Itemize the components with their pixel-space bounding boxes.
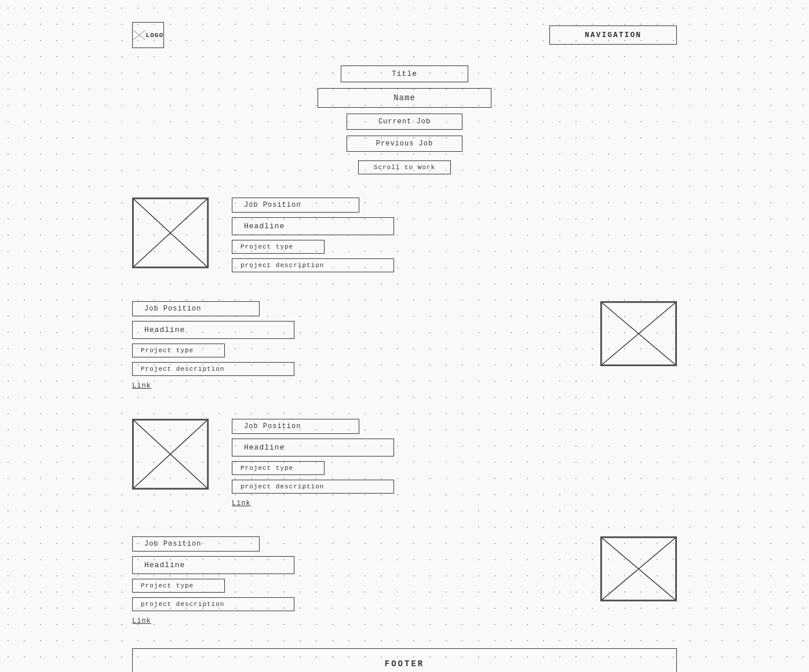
project-job-position: Job Position — [132, 301, 260, 316]
project-card: Job Position Headline Project type proje… — [132, 536, 677, 625]
hero-section: Title Name Current Job Previous Job Scro… — [115, 65, 694, 174]
project-type: Project type — [132, 579, 225, 593]
project-content: Job Position Headline Project type proje… — [232, 419, 677, 507]
project-image — [132, 419, 209, 490]
project-headline: Headline — [132, 321, 294, 339]
name-box: Name — [318, 88, 491, 108]
footer: FOOTER — [132, 648, 677, 672]
project-image — [132, 198, 209, 268]
project-image — [600, 536, 677, 601]
job-position-label: Job Position — [244, 422, 301, 430]
project-link[interactable]: Link — [232, 499, 677, 507]
project-description: project description — [232, 480, 394, 494]
project-description-label: project description — [141, 601, 224, 608]
project-type: Project type — [232, 461, 325, 475]
project-description-label: Project description — [141, 366, 224, 372]
headline-label: Headline — [244, 443, 285, 452]
project-type-label: Project type — [240, 465, 293, 472]
project-link[interactable]: Link — [132, 382, 577, 390]
project-job-position: Job Position — [232, 419, 359, 434]
headline-label: Headline — [144, 561, 185, 569]
project-card: Job Position Headline Project type proje… — [132, 198, 677, 272]
project-type-label: Project type — [141, 347, 194, 354]
previous-job-box: Previous Job — [347, 136, 462, 152]
headline-label: Headline — [144, 326, 185, 334]
job-position-label: Job Position — [144, 540, 201, 548]
current-job-box: Current Job — [347, 114, 462, 130]
job-position-label: Job Position — [244, 201, 301, 209]
project-content: Job Position Headline Project type proje… — [132, 536, 577, 625]
scroll-cta-label: Scroll to Work — [374, 164, 435, 171]
name-label: Name — [393, 93, 416, 103]
project-headline: Headline — [132, 556, 294, 574]
project-type-label: Project type — [240, 243, 293, 250]
project-description: Project description — [132, 362, 294, 376]
job-position-label: Job Position — [144, 305, 201, 313]
project-job-position: Job Position — [232, 198, 359, 213]
logo-x-icon — [133, 22, 146, 48]
logo-label: LOGO — [146, 32, 163, 39]
projects-section: Job Position Headline Project type proje… — [115, 198, 694, 625]
scroll-to-work-button[interactable]: Scroll to Work — [358, 160, 451, 174]
project-image — [600, 301, 677, 366]
project-card: Job Position Headline Project type Proje… — [132, 301, 677, 390]
project-headline: Headline — [232, 439, 394, 456]
project-description: project description — [132, 597, 294, 611]
title-label: Title — [392, 70, 417, 78]
headline-label: Headline — [244, 222, 285, 231]
previous-job-label: Previous Job — [376, 140, 433, 148]
header: LOGO NAVIGATION — [115, 12, 694, 48]
navigation-bar[interactable]: NAVIGATION — [549, 25, 677, 45]
project-type: Project type — [232, 240, 325, 254]
project-headline: Headline — [232, 217, 394, 235]
project-type: Project type — [132, 344, 225, 357]
project-description: project description — [232, 258, 394, 272]
footer-label: FOOTER — [385, 659, 424, 669]
project-link[interactable]: Link — [132, 617, 577, 625]
nav-label: NAVIGATION — [585, 31, 642, 39]
current-job-label: Current Job — [378, 118, 431, 126]
logo: LOGO — [132, 22, 164, 48]
project-card: Job Position Headline Project type proje… — [132, 419, 677, 507]
project-description-label: project description — [240, 262, 324, 269]
project-type-label: Project type — [141, 582, 194, 589]
page-wrapper: LOGO NAVIGATION Title Name Current Job P… — [115, 0, 694, 672]
project-content: Job Position Headline Project type Proje… — [132, 301, 577, 390]
project-content: Job Position Headline Project type proje… — [232, 198, 677, 272]
title-box: Title — [341, 65, 468, 82]
project-description-label: project description — [240, 483, 324, 490]
project-job-position: Job Position — [132, 536, 260, 552]
